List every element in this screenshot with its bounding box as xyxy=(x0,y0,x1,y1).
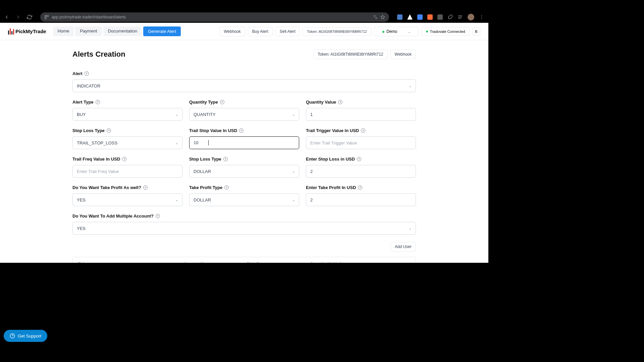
help-icon[interactable]: ? xyxy=(239,128,244,133)
svg-point-9 xyxy=(481,18,482,19)
token-display: Token: At1tGt9tTt8tWtEt8tYtMtRt712 xyxy=(303,27,371,36)
stop-loss-type2-select[interactable]: DOLLAR⌄ xyxy=(189,165,299,178)
th-multiplier: Quantity Multiplier xyxy=(310,262,384,263)
token-chip: Token: At1tGt9tTt8tWtEt8tYtMtRt712 xyxy=(313,50,387,59)
svg-rect-1 xyxy=(47,15,48,16)
chevron-down-icon: ⌄ xyxy=(409,227,412,230)
th-risk: Risk Percentage xyxy=(247,262,310,263)
take-profit-question-label: Do You Want Take Profit As well? xyxy=(72,185,141,190)
nav-documentation[interactable]: Documentation xyxy=(103,26,142,36)
profile-icon[interactable] xyxy=(468,14,474,20)
trail-stop-label: Trail Stop Value In USD xyxy=(189,128,237,133)
extension-icon[interactable] xyxy=(407,14,413,20)
alert-label: Alert xyxy=(72,71,83,76)
logo[interactable]: PickMyTrade xyxy=(8,28,46,35)
quantity-type-select[interactable]: QUANTITY⌄ xyxy=(189,108,299,121)
extension-icon[interactable] xyxy=(437,14,443,20)
generate-alert-button[interactable]: Generate Alert xyxy=(143,26,181,36)
stop-loss-type-label: Stop Loss Type xyxy=(72,128,105,133)
stop-loss-type2-label: Stop Loss Type xyxy=(189,157,221,162)
svg-point-8 xyxy=(481,17,482,17)
menu-icon[interactable] xyxy=(479,14,484,20)
nav-payment[interactable]: Payment xyxy=(75,26,102,36)
th-token: Token xyxy=(78,262,183,263)
trail-freq-input[interactable] xyxy=(72,165,182,178)
chevron-down-icon: ⌄ xyxy=(175,198,178,202)
alert-type-label: Alert Type xyxy=(72,100,94,105)
help-icon[interactable]: ? xyxy=(143,185,148,190)
alert-select[interactable]: INDICATOR⌄ xyxy=(72,79,416,92)
app-header: PickMyTrade Home Payment Documentation G… xyxy=(0,23,488,40)
th-account: Account Name xyxy=(183,262,247,263)
user-badge[interactable]: B xyxy=(472,27,480,36)
back-icon[interactable] xyxy=(4,14,9,20)
trail-trigger-label: Trail Trigger Value In USD xyxy=(306,128,359,133)
webhook-chip[interactable]: Webhook xyxy=(390,50,416,59)
help-icon[interactable]: ? xyxy=(156,214,160,218)
trail-stop-value-input[interactable]: 10 xyxy=(189,136,299,149)
url-text: app.pickmytrade.trade/#/dashboard/alerts xyxy=(52,15,126,19)
broker-status: Tradovate Connected xyxy=(422,27,470,36)
enter-stop-loss-input[interactable] xyxy=(306,165,416,178)
help-icon[interactable]: ? xyxy=(357,157,361,161)
take-profit-type-label: Take Profit Type xyxy=(189,185,222,190)
help-icon[interactable]: ? xyxy=(223,157,228,161)
take-profit-type-select[interactable]: DOLLAR⌄ xyxy=(189,193,299,206)
quantity-type-label: Quantity Type xyxy=(189,100,218,105)
take-profit-question-select[interactable]: YES⌄ xyxy=(72,193,182,206)
chevron-down-icon: ⌄ xyxy=(292,198,295,202)
help-icon[interactable]: ? xyxy=(361,128,365,133)
chevron-down-icon: ⌄ xyxy=(175,141,178,145)
forward-icon[interactable] xyxy=(15,14,21,20)
quantity-value-label: Quantity Value xyxy=(306,100,336,105)
extension-icon[interactable] xyxy=(397,14,402,20)
chevron-down-icon: ⌄ xyxy=(409,84,412,88)
svg-point-7 xyxy=(481,15,482,16)
logo-text: PickMyTrade xyxy=(15,28,46,34)
buy-alert-button[interactable]: Buy Alert xyxy=(248,27,273,36)
site-settings-icon[interactable] xyxy=(44,15,49,19)
multi-account-select[interactable]: YES⌄ xyxy=(72,222,416,235)
translate-icon[interactable] xyxy=(373,15,378,19)
help-icon[interactable]: ? xyxy=(96,100,100,104)
url-bar[interactable]: app.pickmytrade.trade/#/dashboard/alerts xyxy=(40,12,389,22)
enter-stop-loss-label: Enter Stop Loss in USD xyxy=(306,157,355,162)
account-mode-select[interactable]: Demo ⌄ xyxy=(374,27,419,36)
chevron-down-icon: ⌄ xyxy=(292,113,295,116)
webhook-button[interactable]: Webhook xyxy=(219,27,245,36)
svg-marker-3 xyxy=(381,15,385,19)
trail-trigger-input[interactable] xyxy=(306,136,416,149)
accounts-table: Token Account Name Risk Percentage Quant… xyxy=(72,257,416,263)
help-icon[interactable]: ? xyxy=(220,100,224,104)
help-icon[interactable]: ? xyxy=(338,100,342,104)
extension-icon[interactable] xyxy=(417,14,423,20)
help-icon[interactable]: ? xyxy=(107,128,111,133)
extension-icon[interactable] xyxy=(427,14,433,20)
star-icon[interactable] xyxy=(380,15,385,19)
quantity-value-input[interactable] xyxy=(306,108,416,121)
help-icon[interactable]: ? xyxy=(122,157,126,161)
help-icon[interactable]: ? xyxy=(85,71,89,76)
nav-home[interactable]: Home xyxy=(53,26,74,36)
trail-freq-label: Trail Freq Value In USD xyxy=(72,157,120,162)
chevron-down-icon: ⌄ xyxy=(292,170,295,173)
help-icon[interactable]: ? xyxy=(358,185,362,190)
svg-rect-0 xyxy=(45,15,46,16)
browser-tab-strip xyxy=(0,0,488,11)
reading-list-icon[interactable] xyxy=(458,14,463,20)
browser-toolbar: app.pickmytrade.trade/#/dashboard/alerts xyxy=(0,11,488,23)
reload-icon[interactable] xyxy=(27,14,32,20)
add-user-button[interactable]: Add User xyxy=(390,242,416,251)
help-icon[interactable]: ? xyxy=(224,185,229,190)
sell-alert-button[interactable]: Sell Alert xyxy=(275,27,300,36)
multi-account-label: Do You Want To Add Multiple Account? xyxy=(72,214,154,219)
page-title: Alerts Creation xyxy=(72,50,125,59)
extensions-icon[interactable] xyxy=(447,14,453,20)
stop-loss-type-select[interactable]: TRAIL_STOP_LOSS⌄ xyxy=(72,136,182,149)
enter-take-profit-input[interactable] xyxy=(306,193,416,206)
svg-rect-2 xyxy=(45,17,46,19)
enter-take-profit-label: Enter Take Profit In USD xyxy=(306,185,356,190)
alert-type-select[interactable]: BUY⌄ xyxy=(72,108,182,121)
chevron-down-icon: ⌄ xyxy=(175,113,178,116)
